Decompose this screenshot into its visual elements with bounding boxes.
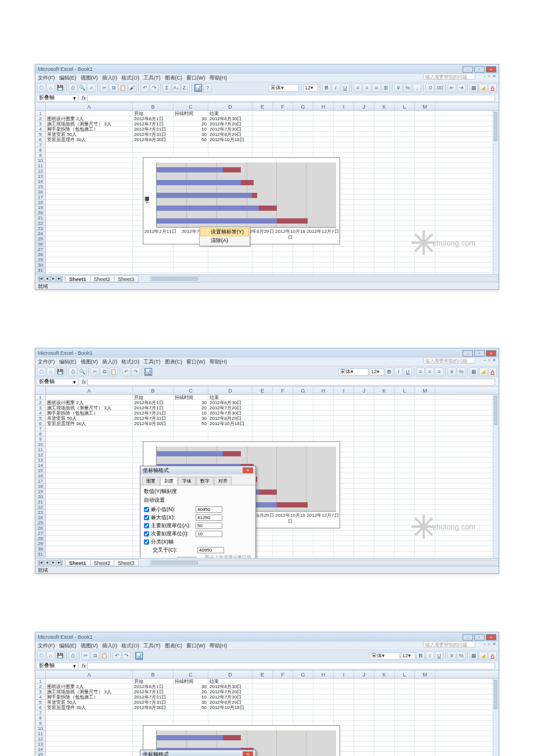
col-header[interactable]: E: [252, 671, 273, 678]
sheet-nav-last[interactable]: ▸|: [57, 560, 63, 566]
cell[interactable]: [395, 416, 415, 420]
menu-tools[interactable]: 工具(T): [143, 74, 161, 82]
row-header[interactable]: 11: [35, 731, 45, 736]
cell[interactable]: [174, 431, 208, 436]
cell[interactable]: [374, 721, 395, 725]
sheet-tab[interactable]: Sheet2: [90, 275, 115, 282]
row-header[interactable]: 12: [35, 452, 45, 458]
row-header[interactable]: 21: [35, 499, 45, 505]
cell[interactable]: [354, 226, 374, 231]
cell[interactable]: [273, 684, 293, 689]
cell[interactable]: 2012年8月30日: [133, 421, 174, 426]
cell[interactable]: 2012年6月30日: [208, 684, 252, 689]
row-header[interactable]: 9: [35, 721, 45, 726]
max-checkbox[interactable]: [144, 515, 149, 520]
row-header[interactable]: 22: [35, 505, 45, 510]
dialog-titlebar[interactable]: 坐标轴格式 ×: [140, 750, 255, 756]
cell[interactable]: [208, 273, 252, 274]
cell[interactable]: [334, 536, 354, 541]
cell[interactable]: [374, 452, 395, 457]
row-header[interactable]: 20: [35, 210, 45, 215]
cell[interactable]: [415, 163, 435, 168]
menu-file[interactable]: 文件(F): [38, 642, 55, 650]
new-icon[interactable]: □: [37, 368, 46, 376]
menu-file[interactable]: 文件(F): [38, 358, 55, 366]
cell[interactable]: [415, 684, 435, 689]
cell[interactable]: [313, 437, 334, 441]
cell[interactable]: [374, 515, 395, 520]
cell[interactable]: [313, 426, 334, 431]
cell[interactable]: [415, 494, 435, 499]
table-row[interactable]: 吊篮安装 50人2012年7月31日302012年8月29日: [46, 700, 499, 705]
cell[interactable]: [293, 437, 313, 441]
table-row[interactable]: [46, 557, 499, 558]
close-button[interactable]: ×: [486, 350, 496, 357]
cell[interactable]: [133, 147, 174, 152]
cell[interactable]: [395, 273, 415, 274]
fill-color-icon[interactable]: ◢: [479, 368, 488, 376]
cell[interactable]: [313, 121, 334, 126]
cell[interactable]: [174, 147, 208, 152]
cell[interactable]: [354, 546, 374, 551]
row-header[interactable]: 11: [35, 447, 45, 452]
cell[interactable]: [374, 153, 395, 157]
cell[interactable]: [133, 431, 174, 436]
cell[interactable]: [208, 431, 252, 436]
cell[interactable]: [395, 179, 415, 183]
align-left-icon[interactable]: ≡: [353, 84, 362, 92]
cell[interactable]: [415, 426, 435, 431]
catx-checkbox[interactable]: [144, 539, 149, 545]
minimize-button[interactable]: -: [463, 66, 473, 73]
cell[interactable]: [354, 137, 374, 142]
font-color-icon[interactable]: A: [488, 651, 497, 660]
cell[interactable]: [395, 484, 415, 488]
cell[interactable]: [354, 557, 374, 558]
dec-inc-icon[interactable]: .0: [425, 84, 434, 92]
cell[interactable]: [415, 268, 435, 272]
table-row[interactable]: 脚手架拆除（包包施工）2012年7月21日102012年7月30日: [46, 127, 499, 132]
cell[interactable]: [273, 111, 293, 116]
cell[interactable]: [374, 726, 395, 730]
cell[interactable]: [354, 142, 374, 147]
cell[interactable]: [252, 684, 273, 689]
cell[interactable]: [46, 679, 133, 683]
sheet-tab[interactable]: Sheet3: [114, 275, 139, 282]
cell[interactable]: [354, 400, 374, 405]
col-header[interactable]: L: [395, 671, 415, 678]
preview-icon[interactable]: 🔍: [78, 84, 86, 92]
cell[interactable]: [415, 189, 435, 194]
print-icon[interactable]: ⎙: [68, 84, 77, 92]
chart-y-axis-label[interactable]: 数据样条 Y-A: [145, 197, 151, 206]
cell[interactable]: [46, 200, 133, 204]
cell[interactable]: 2012年10月18日: [208, 137, 252, 142]
cell[interactable]: [415, 741, 435, 746]
minimize-button[interactable]: -: [463, 634, 473, 640]
row-header[interactable]: 30: [35, 546, 45, 552]
row-header[interactable]: 19: [35, 205, 45, 210]
cell[interactable]: [252, 252, 273, 257]
cell[interactable]: 2012年7月20日: [208, 689, 252, 694]
cell[interactable]: 图纸设计图案 2人: [46, 400, 133, 405]
table-row[interactable]: 开始持续时间结束: [46, 679, 499, 684]
context-menu-item[interactable]: 清除(A): [200, 236, 249, 245]
cell[interactable]: [415, 700, 435, 704]
cell[interactable]: [415, 736, 435, 741]
cell[interactable]: [415, 473, 435, 478]
cell[interactable]: [354, 694, 374, 699]
cell[interactable]: [415, 694, 435, 699]
cell[interactable]: [334, 268, 354, 272]
maximize-button[interactable]: ▫: [474, 350, 485, 357]
row-header[interactable]: 4: [35, 694, 45, 700]
cell[interactable]: [293, 127, 313, 131]
cell[interactable]: [395, 442, 415, 447]
cell[interactable]: [334, 684, 354, 689]
cell[interactable]: [354, 679, 374, 683]
sum-icon[interactable]: Σ: [163, 84, 171, 92]
table-row[interactable]: 施工现场放线（测量尺寸） 3人2012年7月1日202012年7月20日: [46, 405, 499, 411]
cell[interactable]: [273, 416, 293, 420]
cell[interactable]: 10: [174, 411, 208, 415]
fill-color-icon[interactable]: ◢: [479, 651, 488, 660]
fx-icon[interactable]: fx: [82, 95, 86, 101]
cell[interactable]: [334, 262, 354, 267]
col-header[interactable]: G: [293, 103, 313, 110]
